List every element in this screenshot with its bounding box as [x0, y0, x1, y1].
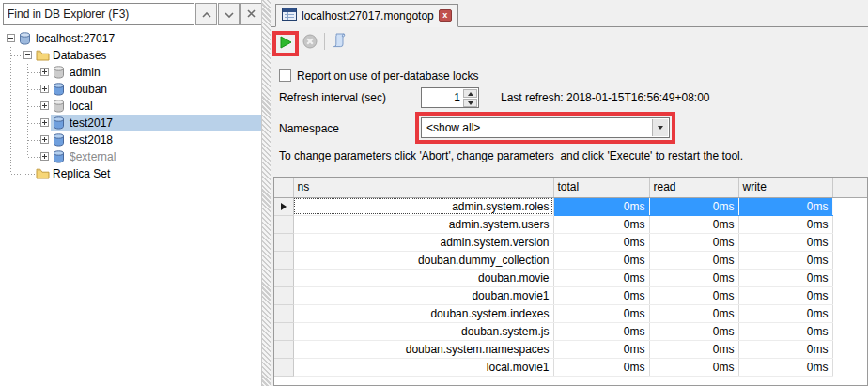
expand-icon[interactable] — [40, 152, 49, 161]
table-row[interactable]: douban.system.namespaces0ms0ms0ms — [274, 340, 867, 358]
table-row[interactable]: admin.system.roles0ms0ms0ms — [274, 197, 867, 215]
cell-read[interactable]: 0ms — [649, 304, 738, 322]
cell-write[interactable]: 0ms — [738, 304, 832, 322]
cell-read[interactable]: 0ms — [649, 233, 738, 251]
cell-write[interactable]: 0ms — [738, 197, 832, 215]
locks-checkbox[interactable] — [279, 69, 291, 82]
cell-write[interactable]: 0ms — [738, 358, 832, 376]
panel-splitter[interactable] — [261, 0, 271, 386]
tree-item-douban[interactable]: douban — [0, 81, 261, 98]
cell-total[interactable]: 0ms — [553, 286, 649, 304]
db-explorer-search-input[interactable] — [3, 3, 194, 25]
row-selector-cell[interactable] — [274, 322, 293, 340]
cell-total[interactable]: 0ms — [553, 233, 649, 251]
abort-button[interactable] — [302, 34, 318, 49]
mongotop-panel: localhost:27017.mongotop x — [271, 0, 868, 386]
cell-ns[interactable]: admin.system.roles — [293, 197, 553, 215]
row-selector-cell[interactable] — [274, 197, 293, 215]
tree-item-replica-set[interactable]: Replica Set — [0, 165, 261, 182]
table-row[interactable]: douban.system.js0ms0ms0ms — [274, 322, 867, 340]
row-selector-cell[interactable] — [274, 269, 293, 286]
tab-close-button[interactable]: x — [439, 9, 452, 22]
collapse-icon[interactable] — [23, 51, 32, 59]
header-total[interactable]: total — [553, 178, 649, 197]
cell-total[interactable]: 0ms — [553, 340, 649, 358]
cell-total[interactable]: 0ms — [553, 215, 649, 233]
cell-ns[interactable]: admin.system.version — [293, 233, 553, 251]
table-row[interactable]: douban.movie10ms0ms0ms — [274, 286, 867, 304]
cell-write[interactable]: 0ms — [738, 215, 832, 233]
cell-write[interactable]: 0ms — [738, 340, 832, 358]
expand-icon[interactable] — [40, 85, 49, 93]
cell-read[interactable]: 0ms — [649, 269, 738, 286]
cell-write[interactable]: 0ms — [738, 251, 832, 269]
cell-write[interactable]: 0ms — [738, 286, 832, 304]
tree-item-test2017[interactable]: test2017 — [0, 115, 261, 131]
table-row[interactable]: admin.system.users0ms0ms0ms — [274, 215, 867, 233]
find-previous-button[interactable] — [195, 3, 217, 25]
row-selector-cell[interactable] — [274, 340, 293, 358]
cell-ns[interactable]: local.movie1 — [293, 358, 553, 376]
tree-item-localhost-27017[interactable]: localhost:27017 — [0, 30, 261, 47]
find-close-button[interactable] — [240, 3, 262, 25]
script-button[interactable] — [331, 32, 348, 49]
tree-item-external[interactable]: $external — [0, 148, 261, 165]
find-next-button[interactable] — [218, 3, 240, 25]
tree-item-local[interactable]: local — [0, 98, 261, 115]
namespace-dropdown[interactable]: <show all> — [421, 117, 670, 138]
stepper-up-button[interactable] — [463, 89, 477, 98]
cell-read[interactable]: 0ms — [649, 197, 738, 215]
expand-icon[interactable] — [40, 68, 49, 76]
cell-read[interactable]: 0ms — [649, 251, 738, 269]
cell-ns[interactable]: admin.system.users — [293, 215, 553, 233]
cell-ns[interactable]: douban.system.namespaces — [293, 340, 553, 358]
cell-write[interactable]: 0ms — [738, 233, 832, 251]
cell-total[interactable]: 0ms — [553, 358, 649, 376]
cell-total[interactable]: 0ms — [553, 304, 649, 322]
execute-button[interactable] — [279, 35, 293, 53]
cell-total[interactable]: 0ms — [553, 269, 649, 286]
cell-ns[interactable]: douban.system.js — [293, 322, 553, 340]
expand-icon[interactable] — [40, 118, 49, 127]
header-write[interactable]: write — [738, 178, 832, 197]
table-row[interactable]: douban.dummy_collection0ms0ms0ms — [274, 251, 867, 269]
row-selector-cell[interactable] — [274, 215, 293, 233]
cell-total[interactable]: 0ms — [553, 197, 649, 215]
cell-read[interactable]: 0ms — [649, 286, 738, 304]
cell-read[interactable]: 0ms — [649, 340, 738, 358]
cell-write[interactable]: 0ms — [738, 322, 832, 340]
cell-read[interactable]: 0ms — [649, 322, 738, 340]
refresh-interval-stepper[interactable]: 1 — [421, 87, 479, 108]
header-ns[interactable]: ns — [293, 178, 553, 197]
table-row[interactable]: admin.system.version0ms0ms0ms — [274, 233, 867, 251]
expand-icon[interactable] — [40, 135, 49, 144]
cell-total[interactable]: 0ms — [553, 251, 649, 269]
row-selector-cell[interactable] — [274, 358, 293, 376]
tab-mongotop[interactable]: localhost:27017.mongotop x — [275, 4, 458, 27]
tree-item-admin[interactable]: admin — [0, 64, 261, 81]
db-explorer-search-bar — [3, 3, 262, 25]
expand-icon[interactable] — [40, 101, 49, 110]
row-selector-cell[interactable] — [274, 286, 293, 304]
cell-read[interactable]: 0ms — [649, 358, 738, 376]
cell-total[interactable]: 0ms — [553, 322, 649, 340]
tab-title: localhost:27017.mongotop — [302, 9, 434, 23]
stepper-down-button[interactable] — [463, 99, 477, 107]
collapse-icon[interactable] — [7, 34, 15, 42]
tree-item-databases[interactable]: Databases — [0, 47, 261, 64]
table-row[interactable]: douban.system.indexes0ms0ms0ms — [274, 304, 867, 322]
row-selector-cell[interactable] — [274, 233, 293, 251]
cell-ns[interactable]: douban.dummy_collection — [293, 251, 553, 269]
dropdown-arrow-button[interactable] — [652, 119, 668, 136]
cell-ns[interactable]: douban.system.indexes — [293, 304, 553, 322]
cell-ns[interactable]: douban.movie1 — [293, 286, 553, 304]
cell-read[interactable]: 0ms — [649, 215, 738, 233]
row-selector-cell[interactable] — [274, 251, 293, 269]
cell-ns[interactable]: douban.movie — [293, 269, 553, 286]
row-selector-cell[interactable] — [274, 304, 293, 322]
table-row[interactable]: douban.movie0ms0ms0ms — [274, 269, 867, 286]
header-read[interactable]: read — [649, 178, 738, 197]
tree-item-test2018[interactable]: test2018 — [0, 131, 261, 148]
table-row[interactable]: local.movie10ms0ms0ms — [274, 358, 867, 376]
cell-write[interactable]: 0ms — [738, 269, 832, 286]
